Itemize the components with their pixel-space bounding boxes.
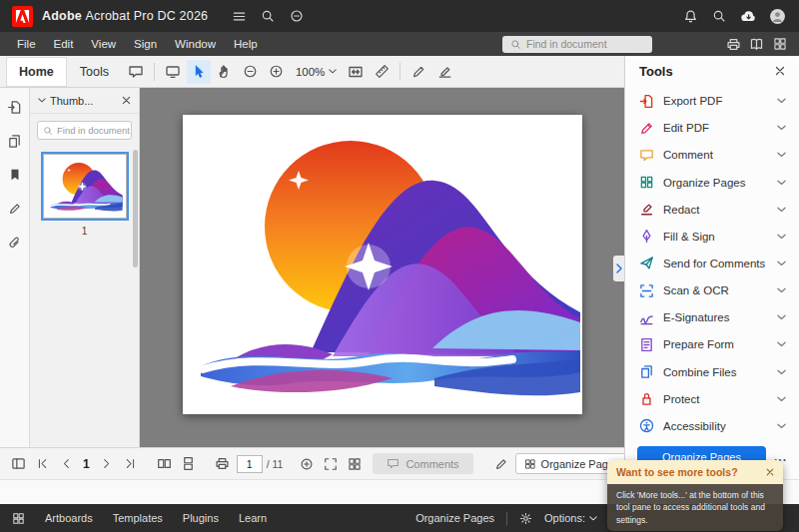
status-circle-icon[interactable] [287,6,307,26]
cloud-sync-icon[interactable] [738,6,758,26]
page-number-input[interactable] [237,455,263,473]
hamburger-menu-icon[interactable] [229,6,249,26]
next-page-icon[interactable] [97,453,117,475]
tool-item-export-pdf[interactable]: Export PDF [625,88,799,114]
tool-item-prepare-form[interactable]: Prepare Form [625,331,799,357]
chevron-down-icon[interactable] [777,314,786,320]
fill-sign-icon [638,229,654,244]
zoom-level-dropdown[interactable]: 100% [291,66,342,78]
bookmarks-icon[interactable] [4,164,26,186]
search-icon[interactable] [258,6,278,26]
tool-item-fill-sign[interactable]: Fill & Sign [625,224,799,250]
chevron-down-icon[interactable] [777,369,786,375]
combine-files-icon [638,364,654,379]
menu-edit[interactable]: Edit [45,32,83,56]
taskbar-item-learn[interactable]: Learn [239,512,267,524]
tool-item-comment[interactable]: Comment [625,142,799,168]
menu-file[interactable]: File [8,32,45,56]
fit-screen-icon[interactable] [321,453,341,475]
display-icon[interactable] [161,60,185,84]
avatar[interactable] [767,6,787,26]
zoom-in-icon[interactable] [265,60,289,84]
adobe-logo[interactable] [12,6,33,27]
tool-item-protect[interactable]: Protect [625,386,799,412]
tool-item-organize-pages[interactable]: Organize Pages [625,170,799,196]
apps-grid-icon[interactable] [12,512,25,525]
taskbar-item-artboards[interactable]: Artboards [45,512,93,524]
chevron-down-icon[interactable] [777,152,786,158]
thumbnails-search-input[interactable]: Find in document [37,121,132,140]
pencil-icon[interactable] [4,198,26,220]
chevron-down-icon[interactable] [777,98,786,104]
menu-view[interactable]: View [82,32,125,56]
tool-item-redact[interactable]: Redact [625,197,799,223]
chevron-down-icon[interactable] [777,180,786,186]
tool-item-send-for-comments[interactable]: Send for Comments [625,251,799,276]
search-icon[interactable] [709,6,729,26]
print-icon[interactable] [722,34,745,54]
thumbnails-scrollbar[interactable] [133,150,138,267]
taskbar-item-templates[interactable]: Templates [113,512,163,524]
last-page-icon[interactable] [121,453,141,475]
grid-view-icon[interactable] [345,453,365,475]
notifications-bell-icon[interactable] [680,6,700,26]
tool-label: Prepare Form [663,338,734,350]
hand-pan-icon[interactable] [213,60,237,84]
select-pointer-icon[interactable] [187,60,211,84]
options-dropdown[interactable]: Options: [544,512,597,524]
zoom-out-icon[interactable] [239,60,263,84]
continuous-scroll-icon[interactable] [179,453,199,475]
paperclip-attachments-icon[interactable] [4,232,26,254]
taskbar-context-label[interactable]: Organize Pages [415,512,494,524]
apps-grid-icon[interactable] [768,34,791,54]
chevron-down-icon[interactable] [777,125,786,131]
highlighter-icon[interactable] [432,60,456,84]
page-thumbnails-icon[interactable] [4,130,26,152]
gear-icon[interactable] [519,512,532,525]
taskbar-item-plugins[interactable]: Plugins [183,512,219,524]
comment-bubble-icon[interactable] [124,60,148,84]
first-page-icon[interactable] [32,453,52,475]
chevron-down-icon[interactable] [777,287,786,293]
chevron-down-icon[interactable] [777,261,786,266]
two-page-view-icon[interactable] [155,453,175,475]
chevron-down-icon[interactable] [777,423,786,429]
chevron-down-icon[interactable] [777,207,786,213]
document-thumbnail[interactable] [43,154,127,219]
tool-label: Edit PDF [663,122,709,134]
menu-sign[interactable]: Sign [125,32,166,56]
page-artwork [183,115,582,414]
more-tools-tooltip: Want to see more tools? Click 'More tool… [607,460,783,531]
pen-tool-icon[interactable] [491,453,511,475]
comments-button[interactable]: Comments [373,453,472,474]
chevron-down-icon[interactable] [777,234,786,240]
tool-item-combine-files[interactable]: Combine Files [625,359,799,385]
tab-tools[interactable]: Tools [67,57,122,87]
close-icon[interactable] [766,468,774,476]
close-icon[interactable] [122,96,131,105]
chevron-down-icon[interactable] [777,341,786,347]
chevron-down-icon[interactable] [777,396,786,402]
find-in-document-search[interactable]: Find in document [502,36,652,53]
read-mode-icon[interactable] [745,34,768,54]
tool-item-edit-pdf[interactable]: Edit PDF [625,115,799,141]
chevron-down-icon[interactable] [38,98,46,103]
menu-window[interactable]: Window [166,32,225,56]
panel-collapse-arrow[interactable] [613,256,624,281]
tool-item-scan-ocr[interactable]: Scan & OCR [625,277,799,303]
tool-item-accessibility[interactable]: Accessibility [625,413,799,439]
previous-page-icon[interactable] [56,453,76,475]
fit-width-icon[interactable] [344,60,368,84]
close-icon[interactable] [775,66,785,76]
print-icon[interactable] [213,453,233,475]
tab-home[interactable]: Home [6,57,67,87]
tool-item-e-signatures[interactable]: E-Signatures [625,304,799,330]
search-placeholder: Find in document [57,125,130,136]
measure-icon[interactable] [370,60,394,84]
menubar: FileEditViewSignWindowHelp Find in docum… [0,32,799,56]
pen-tool-icon[interactable] [406,60,430,84]
export-page-icon[interactable] [4,96,26,118]
zoom-in-icon[interactable] [297,453,317,475]
menu-help[interactable]: Help [225,32,267,56]
sidebar-toggle-icon[interactable] [8,453,28,475]
